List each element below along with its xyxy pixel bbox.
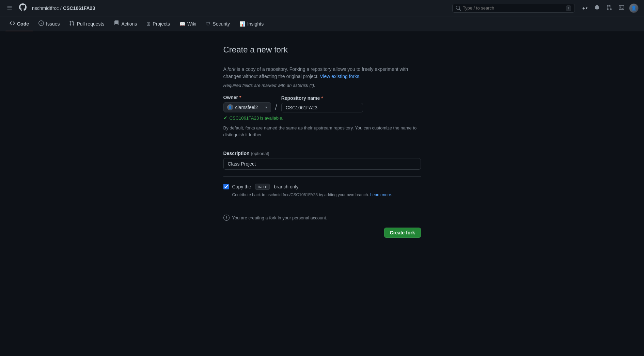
repo-name-label: Repository name * <box>281 95 363 101</box>
search-input[interactable] <box>463 5 564 11</box>
tab-pull-requests[interactable]: Pull requests <box>65 16 108 31</box>
divider-mid <box>223 145 421 145</box>
check-icon: ✔ <box>223 115 227 121</box>
repo-name-helper: By default, forks are named the same as … <box>223 125 421 138</box>
tab-code-label: Code <box>17 21 29 27</box>
tab-wiki-label: Wiki <box>187 21 196 27</box>
wiki-icon: 📖 <box>179 21 185 27</box>
fork-form-container: Create a new fork A fork is a copy of a … <box>223 45 421 238</box>
tab-pr-label: Pull requests <box>77 21 104 27</box>
tab-issues-label: Issues <box>46 21 60 27</box>
org-link[interactable]: nschmidtfrcc <box>32 5 59 11</box>
optional-label: (optional) <box>251 151 269 156</box>
tab-security-label: Security <box>213 21 230 27</box>
page-title: Create a new fork <box>223 45 421 55</box>
slash-separator: / <box>274 103 279 112</box>
required-note: Required fields are marked with an aster… <box>223 83 421 88</box>
actions-icon <box>114 20 119 27</box>
tab-projects-label: Projects <box>153 21 170 27</box>
user-avatar[interactable]: 👤 <box>629 3 639 13</box>
fork-description: A fork is a copy of a repository. Forkin… <box>223 66 421 80</box>
breadcrumb-separator: / <box>60 5 62 11</box>
personal-account-info: i You are creating a fork in your person… <box>223 211 421 225</box>
notifications-button[interactable] <box>592 3 602 13</box>
branch-only-text: branch only <box>274 184 298 189</box>
copy-main-label[interactable]: Copy the main branch only <box>232 184 299 190</box>
owner-label: Owner * <box>223 95 271 100</box>
owner-name: clamsfeel2 <box>235 105 263 110</box>
breadcrumb: nschmidtfrcc / CSC1061FA23 <box>32 5 95 11</box>
tab-security[interactable]: 🛡 Security <box>202 16 234 31</box>
repo-name-breadcrumb: CSC1061FA23 <box>63 5 95 11</box>
copy-branch-helper: Contribute back to nschmidtfrcc/CSC1061F… <box>232 192 421 198</box>
pull-requests-icon-btn[interactable] <box>604 3 614 13</box>
tab-issues[interactable]: Issues <box>34 16 64 31</box>
tab-code[interactable]: Code <box>5 16 33 31</box>
divider-bottom <box>223 205 421 205</box>
search-shortcut: / <box>566 5 571 11</box>
available-text: CSC1061FA23 is available. <box>230 115 283 121</box>
personal-account-text: You are creating a fork in your personal… <box>232 215 327 220</box>
copy-main-checkbox[interactable] <box>223 184 229 189</box>
issues-icon <box>38 20 44 27</box>
github-logo <box>19 3 27 13</box>
search-bar[interactable]: / <box>452 4 575 13</box>
learn-more-link[interactable]: Learn more. <box>370 192 392 197</box>
description-input[interactable] <box>223 158 421 170</box>
security-icon: 🛡 <box>206 21 210 27</box>
tab-projects[interactable]: ⊞ Projects <box>142 16 174 31</box>
info-icon: i <box>223 215 230 221</box>
chevron-down-icon: ▾ <box>265 105 267 110</box>
repo-name-group: Repository name * <box>281 95 363 112</box>
pr-icon <box>69 20 75 27</box>
code-icon <box>10 20 15 27</box>
projects-icon: ⊞ <box>146 21 151 27</box>
view-existing-forks-link[interactable]: View existing forks. <box>320 74 361 79</box>
owner-avatar: 👤 <box>227 104 233 110</box>
terminal-icon-btn[interactable] <box>617 3 626 13</box>
create-fork-button[interactable]: Create fork <box>384 228 421 238</box>
tab-actions-label: Actions <box>121 21 137 27</box>
tab-insights-label: Insights <box>247 21 264 27</box>
insights-icon: 📊 <box>239 21 245 27</box>
branch-badge: main <box>255 184 270 190</box>
divider-top <box>223 60 421 60</box>
description-group: Description (optional) <box>223 151 421 170</box>
copy-branch-section: Copy the main branch only Contribute bac… <box>223 184 421 198</box>
form-actions: Create fork <box>223 228 421 238</box>
fork-italic: fork <box>227 66 235 72</box>
owner-select[interactable]: 👤 clamsfeel2 ▾ <box>223 102 271 112</box>
new-button[interactable]: + ▾ <box>580 4 590 12</box>
copy-branch-row: Copy the main branch only <box>223 184 421 190</box>
top-navigation: ☰ nschmidtfrcc / CSC1061FA23 / + ▾ <box>0 0 644 16</box>
repo-tabs: Code Issues Pull requests Actions ⊞ Proj… <box>0 16 644 31</box>
copy-the-text: Copy the <box>232 184 251 189</box>
owner-repo-row: Owner * 👤 clamsfeel2 ▾ / Repository name… <box>223 95 421 112</box>
hamburger-menu[interactable]: ☰ <box>5 3 14 13</box>
repo-name-input[interactable] <box>281 103 363 112</box>
tab-wiki[interactable]: 📖 Wiki <box>175 16 200 31</box>
main-content: Create a new fork A fork is a copy of a … <box>0 31 644 251</box>
tab-actions[interactable]: Actions <box>110 16 141 31</box>
search-icon <box>456 6 461 11</box>
tab-insights[interactable]: 📊 Insights <box>235 16 268 31</box>
nav-actions: + ▾ 👤 <box>580 3 639 13</box>
description-label: Description (optional) <box>223 151 421 156</box>
owner-group: Owner * 👤 clamsfeel2 ▾ <box>223 95 271 112</box>
divider-description <box>223 176 421 177</box>
availability-message: ✔ CSC1061FA23 is available. <box>223 115 421 121</box>
